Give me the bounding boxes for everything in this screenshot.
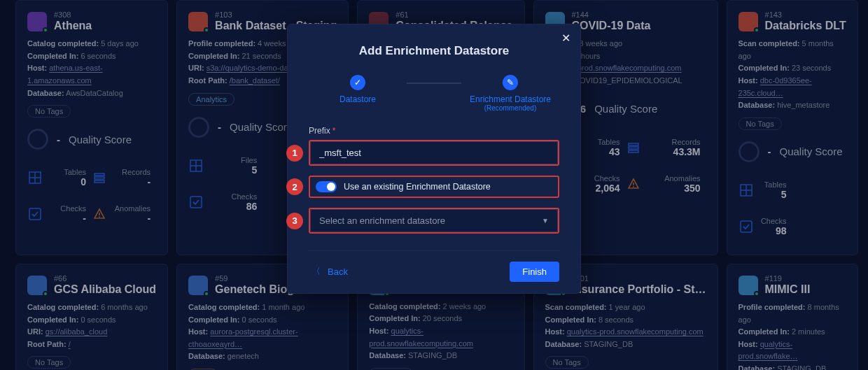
step-connector (407, 83, 461, 84)
divider (307, 250, 561, 251)
prefix-label: Prefix* (309, 126, 559, 136)
step-label: Datastore (309, 94, 407, 104)
toggle-label: Use an existing Enrichment Datastore (344, 182, 491, 192)
prefix-field-highlight: 1 (309, 140, 559, 166)
back-label: Back (328, 266, 348, 277)
enrichment-datastore-select[interactable]: Select an enrichment datastore ▼ (310, 209, 558, 232)
modal-title: Add Enrichment Datastore (309, 44, 559, 58)
step-sublabel: (Recommended) (461, 104, 559, 112)
select-placeholder: Select an enrichment datastore (319, 215, 445, 226)
required-indicator: * (332, 126, 336, 136)
chevron-down-icon: ▼ (542, 217, 549, 225)
annotation-badge-1: 1 (286, 145, 303, 162)
annotation-badge-2: 2 (286, 178, 303, 195)
step-enrichment[interactable]: ✎ Enrichment Datastore (Recommended) (461, 75, 559, 112)
prefix-input[interactable] (310, 141, 558, 164)
check-icon: ✓ (350, 75, 365, 90)
stepper: ✓ Datastore ✎ Enrichment Datastore (Reco… (309, 75, 559, 112)
select-field-highlight: 3 Select an enrichment datastore ▼ (309, 208, 559, 234)
step-datastore[interactable]: ✓ Datastore (309, 75, 407, 104)
pencil-icon: ✎ (503, 75, 518, 90)
add-enrichment-datastore-modal: ✕ Add Enrichment Datastore ✓ Datastore ✎… (287, 24, 581, 294)
back-button[interactable]: 〈 Back (309, 261, 351, 282)
annotation-badge-3: 3 (286, 213, 303, 229)
step-label: Enrichment Datastore (461, 94, 559, 104)
chevron-left-icon: 〈 (312, 265, 321, 278)
close-icon[interactable]: ✕ (561, 31, 570, 45)
toggle-field-highlight: 2 Use an existing Enrichment Datastore (309, 176, 559, 198)
use-existing-toggle[interactable] (316, 181, 337, 192)
finish-button[interactable]: Finish (510, 262, 559, 282)
